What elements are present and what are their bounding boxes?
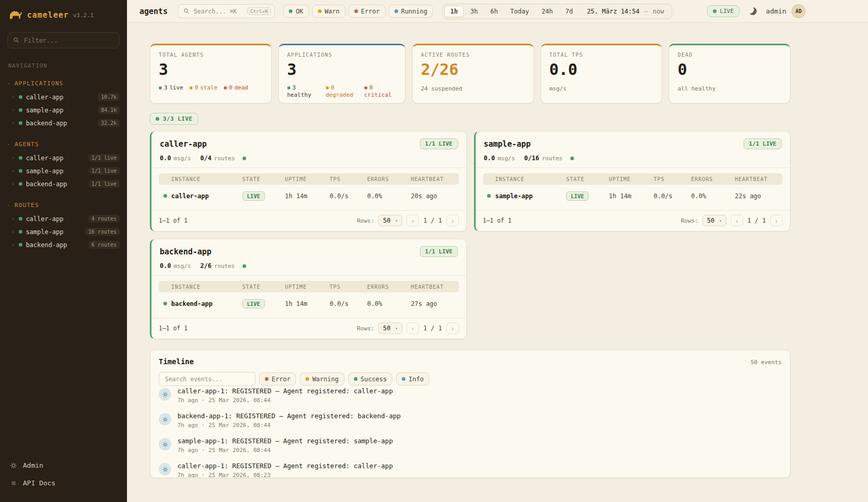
prev-page-button[interactable]: ‹ bbox=[731, 215, 743, 226]
sidebar-filter-input[interactable] bbox=[23, 36, 114, 45]
search-icon bbox=[183, 6, 189, 16]
cell-heartbeat: 22s ago bbox=[735, 192, 783, 200]
col-errors: ERRORS bbox=[367, 284, 411, 290]
filter-chip-ok[interactable]: OK bbox=[283, 5, 309, 18]
routes-value: 2/6 bbox=[200, 262, 212, 269]
app-name[interactable]: caller-app bbox=[160, 139, 207, 149]
status-dot bbox=[19, 95, 22, 99]
sidebar-filter[interactable] bbox=[7, 32, 120, 48]
prev-page-button[interactable]: ‹ bbox=[406, 215, 419, 226]
cell-instance: sample-app bbox=[495, 192, 567, 200]
time-range-today[interactable]: Today bbox=[505, 6, 535, 17]
section-header-applications[interactable]: · APPLICATIONS bbox=[0, 78, 127, 91]
date-range[interactable]: 25. März 14:54 — now bbox=[580, 8, 670, 15]
nav-label: NAVIGATION bbox=[0, 63, 127, 69]
time-range-7d[interactable]: 7d bbox=[559, 6, 578, 17]
section-header-routes[interactable]: · ROUTES bbox=[0, 199, 127, 212]
search-icon bbox=[13, 35, 19, 45]
col-uptime: UPTIME bbox=[285, 176, 330, 182]
item-badge: 32.2k bbox=[98, 119, 120, 127]
item-label: sample-app bbox=[26, 228, 63, 236]
live-summary-label: 3/3 LIVE bbox=[163, 115, 193, 122]
sidebar-item-admin[interactable]: Admin bbox=[0, 457, 127, 474]
app-name[interactable]: backend-app bbox=[160, 247, 211, 256]
status-dot bbox=[19, 243, 22, 247]
table-header-row: INSTANCE STATE UPTIME TPS ERRORS HEARTBE… bbox=[483, 173, 783, 185]
col-heartbeat: HEARTBEAT bbox=[735, 176, 783, 182]
stat-value: 2/26 bbox=[421, 62, 525, 78]
sidebar-item-apps-sample-app[interactable]: › sample-app 84.1k bbox=[0, 104, 127, 117]
sidebar-item-agents-caller-app[interactable]: › caller-app 1/1 live bbox=[0, 151, 127, 164]
rows-per-page-select[interactable]: 50 ▾ bbox=[378, 323, 402, 334]
status-dot bbox=[713, 9, 717, 13]
timeline-event[interactable]: sample-app-1: REGISTERED — Agent registe… bbox=[159, 433, 782, 458]
rows-label: Rows: bbox=[357, 217, 374, 224]
timeline-event[interactable]: caller-app-1: REGISTERED — Agent registe… bbox=[159, 458, 782, 478]
time-range-24h[interactable]: 24h bbox=[536, 6, 559, 17]
sidebar-item-agents-backend-app[interactable]: › backend-app 1/1 live bbox=[0, 177, 127, 190]
table-row[interactable]: backend-app LIVE 1h 14m 0.0/s 0.0% 27s a… bbox=[159, 292, 459, 315]
time-range-3h[interactable]: 3h bbox=[465, 6, 483, 17]
filter-chip-warn[interactable]: Warn bbox=[312, 5, 346, 18]
timeline-filter-error[interactable]: Error bbox=[259, 372, 296, 385]
dark-mode-toggle-icon[interactable] bbox=[749, 7, 757, 15]
timeline-search-input[interactable] bbox=[164, 375, 250, 383]
timeline-event-list[interactable]: caller-app-1: REGISTERED — Agent registe… bbox=[150, 388, 790, 478]
stat-card-applications: APPLICATIONS 3 3healthy 0degraded 0criti… bbox=[278, 44, 405, 104]
col-errors: ERRORS bbox=[691, 176, 735, 182]
section-label: APPLICATIONS bbox=[15, 80, 63, 87]
status-dot bbox=[364, 86, 367, 89]
page-indicator: 1 / 1 bbox=[423, 217, 442, 224]
cell-errors: 0.0% bbox=[691, 192, 735, 200]
stat-details: 3live 0stale 0dead bbox=[159, 84, 263, 91]
sidebar-item-agents-sample-app[interactable]: › sample-app 1/1 live bbox=[0, 164, 127, 177]
stat-card-dead: DEAD 0 all healthy bbox=[669, 44, 790, 104]
time-range-1h[interactable]: 1h bbox=[444, 6, 463, 17]
app-name[interactable]: sample-app bbox=[484, 139, 531, 149]
time-range-6h[interactable]: 6h bbox=[484, 6, 503, 17]
instance-table: INSTANCE STATE UPTIME TPS ERRORS HEARTBE… bbox=[483, 173, 783, 207]
timeline-search[interactable] bbox=[159, 372, 256, 386]
sidebar-item-apps-backend-app[interactable]: › backend-app 32.2k bbox=[0, 117, 127, 130]
topbar: agents Ctrl+K OK Warn E bbox=[127, 0, 868, 23]
date-range-start: 25. März 14:54 bbox=[587, 8, 640, 15]
sidebar-item-api-docs[interactable]: ≡ API Docs bbox=[0, 474, 127, 492]
live-summary-badge: 3/3 LIVE bbox=[150, 113, 198, 125]
status-dot bbox=[394, 9, 398, 13]
col-heartbeat: HEARTBEAT bbox=[411, 284, 459, 290]
chevron-right-icon: › bbox=[11, 168, 15, 174]
avatar[interactable]: AD bbox=[792, 4, 806, 18]
sidebar-item-routes-caller-app[interactable]: › caller-app 4 routes bbox=[0, 212, 127, 225]
rows-per-page-select[interactable]: 50 ▾ bbox=[703, 215, 726, 226]
table-row[interactable]: sample-app LIVE 1h 14m 0.0/s 0.0% 22s ag… bbox=[483, 185, 783, 207]
next-page-button[interactable]: › bbox=[446, 323, 459, 334]
prev-page-button[interactable]: ‹ bbox=[406, 323, 419, 334]
item-badge: 84.1k bbox=[98, 106, 120, 114]
rows-per-page-select[interactable]: 50 ▾ bbox=[378, 215, 402, 226]
global-search-input[interactable] bbox=[193, 7, 244, 16]
logo[interactable]: cameleer v3.2.1 bbox=[0, 0, 127, 30]
table-row[interactable]: caller-app LIVE 1h 14m 0.0/s 0.0% 20s ag… bbox=[159, 185, 459, 207]
sidebar-item-routes-backend-app[interactable]: › backend-app 6 routes bbox=[0, 238, 127, 251]
nav-section-applications: · APPLICATIONS › caller-app 10.7k › samp… bbox=[0, 78, 127, 130]
timeline-filter-info[interactable]: Info bbox=[396, 372, 429, 385]
next-page-button[interactable]: › bbox=[446, 215, 459, 226]
chip-label: Warn bbox=[325, 8, 340, 15]
sidebar-item-routes-sample-app[interactable]: › sample-app 16 routes bbox=[0, 225, 127, 238]
page-title: agents bbox=[139, 7, 168, 16]
next-page-button[interactable]: › bbox=[770, 215, 783, 226]
filter-chip-error[interactable]: Error bbox=[349, 5, 386, 18]
col-instance: INSTANCE bbox=[495, 176, 567, 182]
timeline-event[interactable]: backend-app-1: REGISTERED — Agent regist… bbox=[159, 408, 782, 433]
cell-errors: 0.0% bbox=[367, 192, 411, 200]
cell-tps: 0.0/s bbox=[654, 192, 691, 200]
filter-chip-running[interactable]: Running bbox=[389, 5, 433, 18]
section-header-agents[interactable]: · AGENTS bbox=[0, 138, 127, 151]
global-search[interactable]: Ctrl+K bbox=[178, 4, 275, 18]
event-gear-icon bbox=[159, 413, 171, 426]
sidebar-item-apps-caller-app[interactable]: › caller-app 10.7k bbox=[0, 91, 127, 104]
timeline-event[interactable]: caller-app-1: REGISTERED — Agent registe… bbox=[159, 388, 782, 408]
timeline-filter-success[interactable]: Success bbox=[348, 372, 393, 385]
live-status-badge[interactable]: LIVE bbox=[707, 5, 739, 17]
timeline-filter-warning[interactable]: Warning bbox=[300, 372, 344, 385]
